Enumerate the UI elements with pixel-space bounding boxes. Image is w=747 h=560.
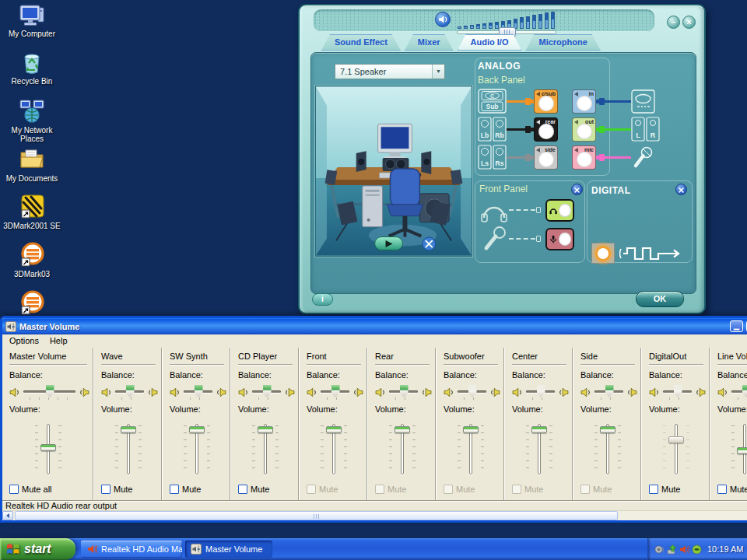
info-button[interactable]: i xyxy=(312,293,333,306)
minimize-button[interactable]: – xyxy=(667,16,680,29)
volume-slider[interactable] xyxy=(101,422,156,478)
minimize-button[interactable]: ▁ xyxy=(730,320,743,332)
balance-slider[interactable] xyxy=(114,384,146,400)
volume-slider[interactable] xyxy=(375,422,430,478)
volume-slider[interactable] xyxy=(649,422,703,478)
volume-slider[interactable] xyxy=(717,422,747,478)
digital-settings-button[interactable] xyxy=(675,184,687,195)
tab-audio-i-o[interactable]: Audio I/O xyxy=(458,34,522,51)
mute-checkbox[interactable] xyxy=(649,485,658,494)
menu-options[interactable]: Options xyxy=(4,336,44,345)
front-headphone-jack[interactable] xyxy=(545,199,574,222)
balance-slider[interactable] xyxy=(319,384,351,400)
jack-rear[interactable]: rear xyxy=(534,117,558,142)
tab-sound-effect[interactable]: Sound Effect xyxy=(321,34,401,51)
balance-slider[interactable] xyxy=(251,384,282,400)
volume-thumb[interactable] xyxy=(40,444,56,451)
volume-thumb[interactable] xyxy=(600,426,615,433)
balance-thumb[interactable] xyxy=(195,385,203,397)
close-button[interactable]: × xyxy=(682,16,696,29)
balance-thumb[interactable] xyxy=(468,385,477,397)
balance-slider[interactable] xyxy=(524,384,556,400)
volume-slider[interactable] xyxy=(580,422,635,478)
scroll-left-button[interactable] xyxy=(2,511,13,520)
tab-microphone[interactable]: Microphone xyxy=(525,34,600,51)
front-panel-settings-button[interactable] xyxy=(571,184,583,195)
balance-thumb[interactable] xyxy=(126,385,135,397)
mute-checkbox[interactable] xyxy=(717,485,727,494)
jack-csub[interactable]: c/sub xyxy=(534,89,558,114)
balance-thumb[interactable] xyxy=(742,385,747,397)
balance-thumb[interactable] xyxy=(537,385,545,397)
desktop-icon-recycle-bin[interactable]: Recycle Bin xyxy=(2,49,62,86)
balance-slider[interactable] xyxy=(456,384,488,400)
front-mic-jack[interactable] xyxy=(545,228,574,250)
jack-line-out[interactable]: out xyxy=(572,117,596,142)
desktop-icon-3dmark-shortcut[interactable] xyxy=(2,290,62,318)
volume-slider[interactable] xyxy=(307,422,361,478)
taskbar-button-realtek[interactable]: Realtek HD Audio Ma... xyxy=(81,541,182,558)
balance-thumb[interactable] xyxy=(46,385,54,397)
balance-slider[interactable] xyxy=(593,384,625,400)
mute-checkbox[interactable] xyxy=(512,485,521,494)
mute-checkbox[interactable] xyxy=(9,485,19,494)
desktop-icon-3dmark2001-se[interactable]: 3DMark2001 SE xyxy=(2,194,62,230)
room-settings-button[interactable] xyxy=(423,237,436,250)
chevron-down-icon[interactable]: ▼ xyxy=(432,65,444,79)
volume-thumb[interactable] xyxy=(737,447,747,454)
spdif-out-jack[interactable] xyxy=(591,243,615,264)
safely-remove-hardware-icon[interactable] xyxy=(667,544,677,555)
mute-checkbox[interactable] xyxy=(307,485,316,494)
speaker-config-dropdown[interactable]: 7.1 Speaker ▼ xyxy=(335,64,445,79)
balance-slider[interactable] xyxy=(388,384,419,400)
desktop-icon-my-computer[interactable]: My Computer xyxy=(2,2,62,38)
mute-checkbox[interactable] xyxy=(170,485,179,494)
desktop-icon-my-network-places[interactable]: My Network Places xyxy=(2,98,62,143)
scrollbar-thumb[interactable] xyxy=(15,511,618,520)
mute-checkbox[interactable] xyxy=(238,485,247,494)
volume-thumb[interactable] xyxy=(121,426,136,433)
balance-thumb[interactable] xyxy=(400,385,409,397)
balance-slider[interactable] xyxy=(22,384,77,400)
realtek-audio-icon[interactable] xyxy=(679,544,689,555)
volume-thumb[interactable] xyxy=(668,436,684,443)
mute-checkbox[interactable] xyxy=(101,485,110,494)
master-mute-speaker-button[interactable] xyxy=(435,12,451,27)
balance-thumb[interactable] xyxy=(674,385,682,397)
ok-button[interactable]: OK xyxy=(636,291,684,307)
volume-thumb[interactable] xyxy=(326,426,342,433)
volume-slider[interactable] xyxy=(444,422,498,478)
balance-slider[interactable] xyxy=(730,384,747,400)
volume-thumb[interactable] xyxy=(531,426,547,433)
volume-slider[interactable] xyxy=(9,422,87,478)
start-button[interactable]: start xyxy=(0,538,75,560)
balance-thumb[interactable] xyxy=(331,385,340,397)
volume-slider[interactable] xyxy=(512,422,566,478)
gray-speaker-icon[interactable] xyxy=(654,544,665,555)
volume-thumb[interactable] xyxy=(395,426,410,433)
tab-mixer[interactable]: Mixer xyxy=(405,34,454,51)
volume-thumb[interactable] xyxy=(189,426,205,433)
volume-slider[interactable] xyxy=(238,422,293,478)
balance-thumb[interactable] xyxy=(605,385,614,397)
volume-thumb[interactable] xyxy=(463,426,479,433)
jack-side[interactable]: side xyxy=(534,145,558,170)
desktop-icon-3dmark03[interactable]: 3DMark03 xyxy=(2,242,62,278)
mute-checkbox[interactable] xyxy=(444,485,453,494)
title-bar[interactable]: Master Volume ▁ ▢ ✕ xyxy=(2,318,747,334)
jack-mic-in[interactable]: mic xyxy=(572,145,596,170)
balance-slider[interactable] xyxy=(661,384,693,400)
mute-checkbox[interactable] xyxy=(580,485,590,494)
balance-slider[interactable] xyxy=(182,384,214,400)
volume-thumb[interactable] xyxy=(258,426,273,433)
jack-line-in[interactable]: in xyxy=(572,89,596,114)
nvidia-settings-icon[interactable] xyxy=(692,544,702,555)
desktop-icon-my-documents[interactable]: My Documents xyxy=(2,146,62,183)
menu-help[interactable]: Help xyxy=(44,336,73,345)
taskbar-button-master-volume[interactable]: Master Volume xyxy=(185,541,272,558)
volume-slider[interactable] xyxy=(170,422,224,478)
horizontal-scrollbar[interactable] xyxy=(2,510,747,520)
play-test-button[interactable] xyxy=(375,237,403,250)
mute-checkbox[interactable] xyxy=(375,485,384,494)
balance-thumb[interactable] xyxy=(263,385,272,397)
